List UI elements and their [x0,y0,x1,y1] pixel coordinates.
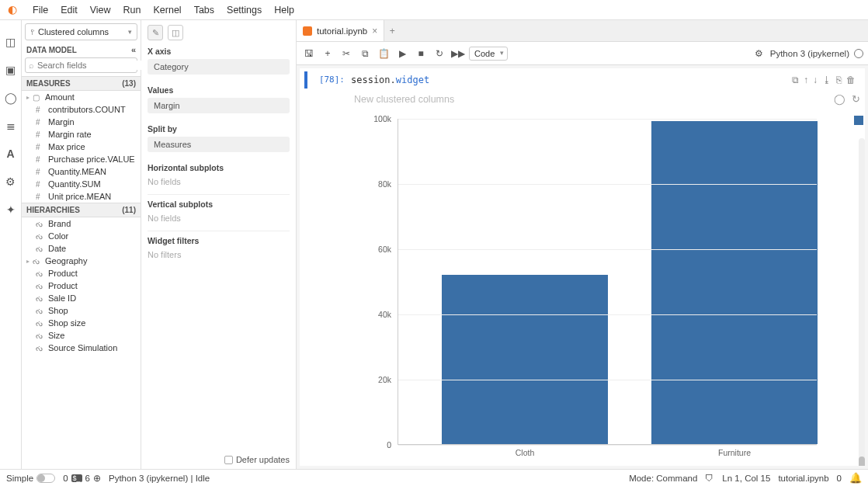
measure-item[interactable]: #Margin [22,116,141,128]
status-counts[interactable]: 0 $_ 6 ⊕ [63,473,101,484]
text-icon[interactable]: A [5,148,17,160]
cell-action-icons: ⧉ ↑ ↓ ⭳ ⎘ 🗑 [792,71,860,89]
hierarchies-header[interactable]: HIERARCHIES (11) [22,203,141,217]
status-file[interactable]: tutorial.ipynb [778,474,828,483]
notebook-tab-label: tutorial.ipynb [317,26,367,36]
cell-type-selector[interactable]: Code [469,47,508,61]
xaxis-field[interactable]: Category [148,59,290,75]
widgets-icon[interactable]: ◫ [5,36,17,48]
gear-icon[interactable]: ⚙ [5,175,17,188]
gear-icon[interactable]: ⚙ [752,46,767,61]
duplicate-icon[interactable]: ⧉ [792,75,799,89]
scrollbar-thumb[interactable] [859,456,865,466]
download-icon[interactable]: ⭳ [822,75,832,89]
values-field[interactable]: Margin [148,98,290,113]
extensions-icon[interactable]: ✦ [5,203,17,216]
hsub-empty[interactable]: No fields [148,175,290,188]
measure-item[interactable]: #Margin rate [22,128,141,141]
move-up-icon[interactable]: ↑ [804,75,808,89]
search-input[interactable] [37,61,144,70]
split-field[interactable]: Measures [148,137,290,152]
menu-view[interactable]: View [84,3,117,17]
menu-tabs[interactable]: Tabs [188,3,220,17]
measures-label: MEASURES [26,79,71,88]
split-label: Split by [148,124,290,134]
menu-kernel[interactable]: Kernel [148,3,188,17]
bar-cloth[interactable] [442,275,608,444]
hierarchy-icon: ᔔ [36,220,45,228]
hierarchy-item[interactable]: ᔔSale ID [22,292,141,304]
measure-item[interactable]: #Quantity.SUM [22,178,141,190]
defer-updates[interactable]: Defer updates [224,455,290,464]
hierarchy-item[interactable]: ᔔColor [22,230,141,242]
ytick-label: 0 [387,440,391,450]
hierarchy-item[interactable]: ᔔSource Simulation [22,342,141,354]
measure-item[interactable]: #Max price [22,141,141,153]
hierarchy-item[interactable]: ᔔShop [22,304,141,317]
delete-icon[interactable]: 🗑 [846,75,856,89]
notebook-tab[interactable]: tutorial.ipynb × [297,20,384,41]
add-cell-button[interactable]: + [320,46,335,61]
copy-button[interactable]: ⧉ [357,46,373,61]
menu-run[interactable]: Run [117,3,148,17]
vsub-empty[interactable]: No fields [148,212,290,224]
folder-icon[interactable]: ▣ [5,64,17,76]
menu-settings[interactable]: Settings [220,3,268,17]
collapse-icon[interactable]: « [131,45,136,54]
chart-type-selector[interactable]: ⫯ Clustered columns ▾ [25,23,137,40]
run-button[interactable]: ▶ [394,46,410,61]
defer-label: Defer updates [236,455,290,464]
measure-item[interactable]: ▸▢Amount [22,91,141,103]
kernel-indicator[interactable]: Python 3 (ipykernel) [770,49,863,58]
bar-furniture[interactable] [651,121,818,444]
cut-button[interactable]: ✂ [339,46,354,61]
circle-icon[interactable]: ◯ [5,92,17,104]
menu-help[interactable]: Help [268,3,300,17]
add-tab-button[interactable]: + [384,26,400,36]
config-tab-fields[interactable]: ✎ [148,25,163,40]
config-tab-style[interactable]: ◫ [168,25,183,40]
measure-item[interactable]: #contributors.COUNT [22,103,141,116]
save-button[interactable]: 🖫 [301,46,317,61]
paste-button[interactable]: 📋 [376,46,391,61]
data-model-title: DATA MODEL [26,46,77,54]
filters-label: Widget filters [148,236,290,245]
stop-button[interactable]: ■ [413,46,429,61]
hierarchy-item[interactable]: ᔔBrand [22,217,141,230]
toggle-icon[interactable] [36,474,55,483]
measure-item[interactable]: #Quantity.MEAN [22,165,141,178]
shield-icon[interactable]: ⛉ [705,474,714,483]
hierarchy-item[interactable]: ▸ᔔGeography [22,255,141,267]
terminal-icon: $_ [71,474,82,482]
code-cell[interactable]: [78]: session.widget ⧉ ↑ ↓ ⭳ ⎘ 🗑 [304,71,860,89]
measure-item[interactable]: #Purchase price.VALUE [22,153,141,165]
link-icon[interactable]: ⎘ [836,75,842,89]
refresh-icon[interactable]: ↻ [852,93,860,105]
status-kernel[interactable]: Python 3 (ipykernel) | Idle [109,474,210,483]
widget-title[interactable]: New clustered columns [354,94,454,105]
style-icon: ◫ [172,28,179,38]
menu-file[interactable]: File [26,3,54,17]
menu-edit[interactable]: Edit [54,3,84,17]
measures-header[interactable]: MEASURES (13) [22,76,141,91]
hierarchy-item[interactable]: ᔔShop size [22,317,141,329]
checkbox-icon[interactable] [224,456,233,464]
hierarchy-item[interactable]: ᔔProduct [22,267,141,279]
status-simple[interactable]: Simple [6,474,55,483]
list-icon[interactable]: ≣ [5,120,17,132]
fast-forward-button[interactable]: ▶▶ [450,46,466,61]
vertical-scrollbar[interactable] [859,138,865,466]
hierarchy-item[interactable]: ᔔSize [22,329,141,342]
restart-button[interactable]: ↻ [432,46,447,61]
move-down-icon[interactable]: ↓ [813,75,818,89]
measure-item[interactable]: #Unit price.MEAN [22,190,141,203]
hierarchy-item[interactable]: ᔔDate [22,242,141,255]
chart-legend[interactable]: Margin [854,116,865,125]
bell-icon[interactable]: 🔔 [849,472,862,484]
close-icon[interactable]: × [372,26,377,36]
github-icon[interactable]: ◯ [834,93,845,105]
search-fields[interactable]: ⌕ [25,57,137,73]
hierarchy-item[interactable]: ᔔProduct [22,279,141,292]
cell-code[interactable]: session.widget [351,71,792,89]
filters-empty[interactable]: No filters [148,248,290,261]
